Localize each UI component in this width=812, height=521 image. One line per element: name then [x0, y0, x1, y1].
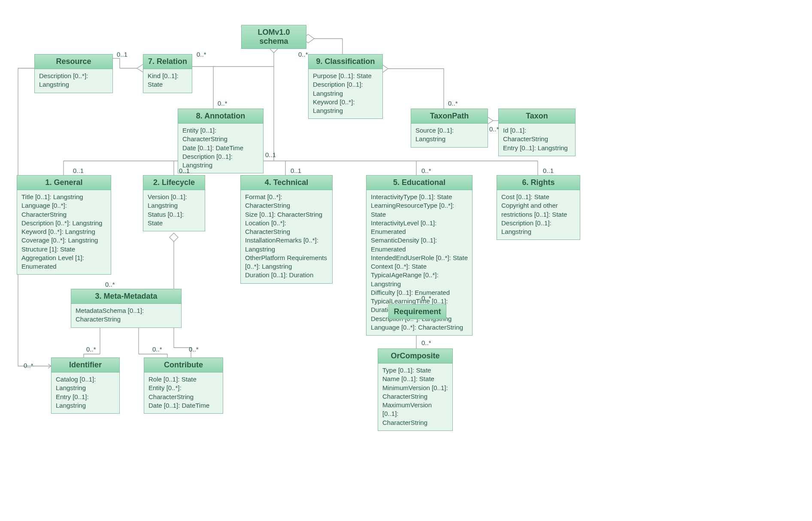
- class-metametadata: 3. Meta-Metadata MetadataSchema [0..1]: …: [71, 289, 182, 328]
- general-attrs: Title [0..1]: LangstringLanguage [0..*]:…: [17, 190, 111, 274]
- annotation-attrs: Entity [0..1]: CharacterStringDate [0..1…: [178, 124, 263, 173]
- class-classification: 9. Classification Purpose [0..1]: StateD…: [308, 54, 383, 119]
- relation-title: 7. Relation: [143, 55, 192, 69]
- orcomposite-title: OrComposite: [378, 349, 452, 363]
- class-root: LOMv1.0 schema: [241, 25, 306, 49]
- resource-attrs: Description [0..*]: Langstring: [35, 69, 112, 93]
- mult-technical: 0..1: [291, 167, 301, 174]
- class-relation: 7. Relation Kind [0..1]: State: [143, 54, 192, 93]
- taxonpath-attrs: Source [0..1]: Langstring: [411, 124, 488, 147]
- class-orcomposite: OrComposite Type [0..1]: StateName [0..1…: [378, 348, 453, 431]
- taxon-title: Taxon: [499, 109, 575, 124]
- class-annotation: 8. Annotation Entity [0..1]: CharacterSt…: [178, 109, 264, 173]
- mult-bus: 0..1: [265, 151, 276, 158]
- requirement-title: Requirement: [389, 305, 446, 319]
- mult-rights: 0..1: [543, 167, 554, 174]
- mult-identifier-left: 0..*: [24, 362, 33, 369]
- identifier-attrs: Catalog [0..1]: LangstringEntry [0..1]: …: [52, 373, 119, 413]
- orcomposite-attrs: Type [0..1]: StateName [0..1]: StateMini…: [378, 363, 452, 430]
- class-lifecycle: 2. Lifecycle Version [0..1]:LangstringSt…: [143, 175, 205, 231]
- classification-title: 9. Classification: [309, 55, 382, 69]
- identifier-title: Identifier: [52, 358, 119, 373]
- root-title: LOMv1.0 schema: [242, 25, 306, 48]
- general-title: 1. General: [17, 176, 111, 190]
- mult-orcomposite: 0..*: [421, 339, 431, 346]
- mult-relation: 0..*: [197, 51, 206, 58]
- educational-title: 5. Educational: [367, 176, 472, 190]
- mult-taxonpath: 0..*: [448, 100, 458, 107]
- mult-general: 0..1: [73, 167, 84, 174]
- class-taxon: Taxon Id [0..1]: CharacterStringEntry [0…: [498, 109, 576, 156]
- contribute-attrs: Role [0..1]: StateEntity [0..*]: Charact…: [144, 373, 223, 413]
- class-general: 1. General Title [0..1]: LangstringLangu…: [17, 175, 111, 275]
- class-requirement: Requirement: [388, 304, 446, 319]
- mult-identifier-a: 0..*: [86, 345, 96, 353]
- svg-marker-7: [170, 233, 178, 242]
- mult-classification: 0..*: [298, 51, 308, 58]
- lifecycle-attrs: Version [0..1]:LangstringStatus [0..1]: …: [143, 190, 205, 231]
- class-rights: 6. Rights Cost [0..1]: StateCopyright an…: [497, 175, 580, 240]
- mult-educational: 0..*: [421, 167, 431, 174]
- mult-taxon: 0..*: [489, 125, 499, 133]
- class-taxonpath: TaxonPath Source [0..1]: Langstring: [411, 109, 488, 148]
- lifecycle-title: 2. Lifecycle: [143, 176, 205, 190]
- resource-title: Resource: [35, 55, 112, 69]
- mult-metametadata-a: 0..*: [105, 281, 115, 288]
- rights-title: 6. Rights: [497, 176, 580, 190]
- mult-resource: 0..1: [117, 51, 127, 58]
- relation-attrs: Kind [0..1]: State: [143, 69, 192, 93]
- mult-contribute-b: 0..*: [189, 345, 199, 353]
- metametadata-title: 3. Meta-Metadata: [71, 289, 181, 304]
- taxon-attrs: Id [0..1]: CharacterStringEntry [0..1]: …: [499, 124, 575, 156]
- technical-attrs: Format [0..*]: CharacterStringSize [0..1…: [241, 190, 332, 283]
- rights-attrs: Cost [0..1]: StateCopyright and otherres…: [497, 190, 580, 239]
- class-technical: 4. Technical Format [0..*]: CharacterStr…: [240, 175, 333, 284]
- annotation-title: 8. Annotation: [178, 109, 263, 124]
- class-contribute: Contribute Role [0..1]: StateEntity [0..…: [144, 357, 223, 414]
- taxonpath-title: TaxonPath: [411, 109, 488, 124]
- classification-attrs: Purpose [0..1]: StateDescription [0..1]:…: [309, 69, 382, 118]
- class-identifier: Identifier Catalog [0..1]: LangstringEnt…: [51, 357, 120, 414]
- mult-lifecycle: 0..1: [179, 167, 190, 174]
- contribute-title: Contribute: [144, 358, 223, 373]
- mult-contribute-a: 0..*: [152, 345, 162, 353]
- metametadata-attrs: MetadataSchema [0..1]: CharacterString: [71, 304, 181, 327]
- class-resource: Resource Description [0..*]: Langstring: [34, 54, 113, 93]
- mult-annotation: 0..*: [218, 100, 227, 107]
- technical-title: 4. Technical: [241, 176, 332, 190]
- mult-requirement: 0..*: [421, 294, 431, 302]
